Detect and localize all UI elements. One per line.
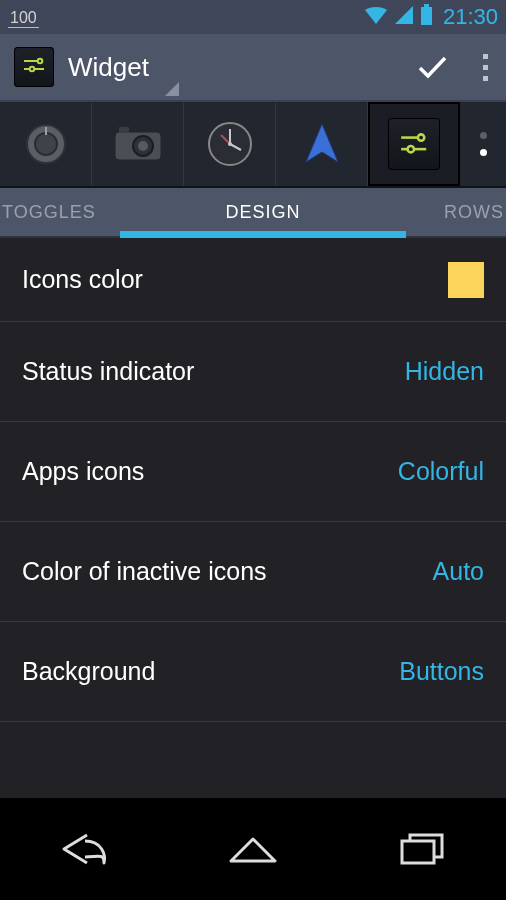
home-icon	[225, 829, 281, 869]
overflow-dot-icon	[483, 65, 488, 70]
navigation-bar	[0, 798, 506, 900]
overflow-dot-icon	[483, 54, 488, 59]
overflow-dot-icon	[483, 76, 488, 81]
back-icon	[54, 829, 114, 869]
battery-percent: 100	[8, 7, 39, 28]
strip-item-clock[interactable]	[184, 102, 276, 186]
setting-status-indicator[interactable]: Status indicator Hidden	[0, 322, 506, 422]
strip-item-camera[interactable]	[92, 102, 184, 186]
setting-value: Colorful	[398, 457, 484, 486]
wifi-icon	[364, 5, 388, 30]
svg-point-3	[30, 67, 35, 72]
tab-rows[interactable]: ROWS	[406, 188, 506, 236]
clock-icon	[206, 120, 254, 168]
setting-apps-icons[interactable]: Apps icons Colorful	[0, 422, 506, 522]
status-bar: 100 21:30	[0, 0, 506, 34]
dial-icon	[23, 121, 69, 167]
battery-icon	[420, 4, 433, 31]
confirm-button[interactable]	[400, 34, 464, 100]
svg-rect-6	[45, 127, 47, 135]
app-icon	[388, 118, 440, 170]
svg-rect-8	[119, 127, 129, 133]
cell-signal-icon	[394, 5, 414, 30]
setting-background[interactable]: Background Buttons	[0, 622, 506, 722]
setting-label: Status indicator	[22, 357, 405, 386]
page-title: Widget	[68, 52, 149, 83]
strip-item-navigate[interactable]	[276, 102, 368, 186]
setting-value: Hidden	[405, 357, 484, 386]
page-dot-icon	[480, 132, 487, 139]
svg-point-10	[138, 141, 148, 151]
svg-point-17	[408, 146, 414, 152]
title-spinner[interactable]: Widget	[68, 34, 149, 100]
setting-value: Buttons	[399, 657, 484, 686]
spinner-indicator-icon	[165, 82, 179, 96]
setting-label: Background	[22, 657, 399, 686]
strip-item-app[interactable]	[368, 102, 460, 186]
back-button[interactable]	[24, 819, 144, 879]
svg-point-15	[228, 142, 232, 146]
settings-list: Icons color Status indicator Hidden Apps…	[0, 238, 506, 798]
svg-point-5	[35, 133, 57, 155]
recents-button[interactable]	[362, 819, 482, 879]
strip-page-indicator[interactable]	[460, 102, 506, 186]
setting-inactive-icons-color[interactable]: Color of inactive icons Auto	[0, 522, 506, 622]
checkmark-icon	[412, 47, 452, 87]
clock: 21:30	[443, 4, 498, 30]
setting-value: Auto	[433, 557, 484, 586]
svg-rect-1	[421, 7, 432, 25]
color-swatch	[448, 262, 484, 298]
tab-design[interactable]: DESIGN	[120, 188, 406, 236]
tab-bar: TOGGLES DESIGN ROWS	[0, 188, 506, 238]
svg-point-16	[418, 134, 424, 140]
tab-toggles[interactable]: TOGGLES	[0, 188, 120, 236]
app-icon[interactable]	[10, 43, 58, 91]
setting-icons-color[interactable]: Icons color	[0, 238, 506, 322]
home-button[interactable]	[193, 819, 313, 879]
svg-rect-19	[402, 841, 434, 863]
page-dot-icon	[480, 149, 487, 156]
camera-icon	[113, 124, 163, 164]
widget-preview-strip[interactable]	[0, 102, 506, 188]
navigate-icon	[302, 122, 342, 166]
setting-label: Apps icons	[22, 457, 398, 486]
svg-rect-0	[424, 4, 429, 7]
svg-point-2	[38, 59, 43, 64]
overflow-menu-button[interactable]	[464, 34, 506, 100]
strip-item-dial[interactable]	[0, 102, 92, 186]
action-bar: Widget	[0, 34, 506, 102]
setting-label: Icons color	[22, 265, 448, 294]
setting-label: Color of inactive icons	[22, 557, 433, 586]
recents-icon	[396, 829, 448, 869]
